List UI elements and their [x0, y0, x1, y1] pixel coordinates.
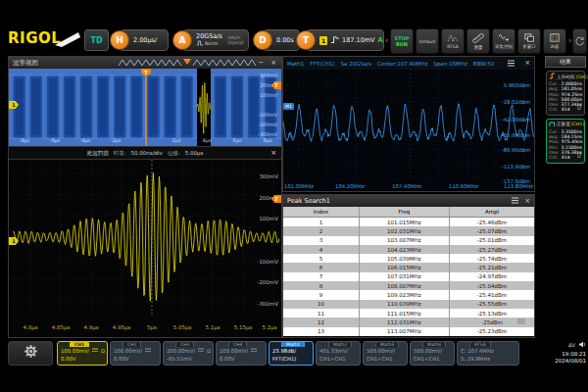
table-row[interactable]: 10110.039MHz-25.55dBm [283, 300, 534, 309]
trigger-knob[interactable]: T [296, 30, 316, 50]
table-row[interactable]: 12112.031MHz-25dBm [283, 318, 534, 326]
cell: -24.97dBm [449, 272, 534, 281]
channel-box-ch1[interactable]: CH1100.00mV/Ω0.00V [57, 341, 108, 366]
resize-grip-icon[interactable] [516, 311, 526, 329]
fft-sample-rate: Sa 20GSa/s [341, 61, 371, 67]
channel-offset: 0.00V [61, 355, 104, 363]
table-row[interactable]: 2102.031MHz-25.07dBm [283, 226, 534, 235]
table-row[interactable]: 11111.015MHz-25.13dBm [283, 309, 534, 318]
table-row[interactable]: 7107.031MHz-24.97dBm [283, 272, 534, 281]
table-row[interactable]: 5105.039MHz-25.74dBm [283, 254, 534, 263]
measurement-item[interactable]: 正脉宽(CH1)Cur:3.3500nsAvg:184.15nsMax:975.… [546, 119, 585, 164]
channel-tab: CH4 [228, 341, 247, 347]
oscilloscope-screen: RIGOL TD H 2.00μs/ A 20GSa/s Norm 1Mpts … [0, 0, 588, 392]
acquire-icon [498, 33, 510, 43]
acquire-display[interactable]: 20GSa/s Norm 1Mpts 50ps/pt [182, 29, 249, 51]
zoom-plot[interactable]: 300mV200mV100mV-100mV-200mV-300mV4.8μs4.… [9, 160, 281, 337]
toolbar-button-run-stop[interactable]: STOPRUN [390, 28, 414, 54]
channel-box-ch4[interactable]: CH4100.00mV/0.00V [216, 341, 267, 366]
math-scale: 23.98dB/ [272, 347, 310, 355]
clock-block: ΔV 19:08:21 2024/08/01 [529, 341, 586, 366]
ohm-icon: Ω [101, 347, 105, 355]
math-box-math3[interactable]: Math3500.00mV/CH1+CH1 [363, 341, 408, 366]
field-value: 614 [562, 155, 570, 160]
collapse-left-icon[interactable]: ‹ [385, 36, 388, 45]
channel-box-ch3[interactable]: CH3200.00mV/Ω-65.51mV [163, 341, 214, 366]
col-freq: Freq [359, 207, 449, 217]
cell: 2 [283, 226, 359, 235]
mode-badge[interactable]: TD [84, 29, 109, 51]
peak-search-title: Peak Search1 [287, 197, 330, 205]
peak-search-window: Peak Search1 × Index Freq Ampl 1101.015M… [282, 194, 535, 338]
math-box-math4[interactable]: Math4500.00mV/CH1+CH1 [410, 341, 455, 366]
close-icon[interactable]: × [524, 198, 530, 205]
rtsa-center: C: 107.4MHz [461, 347, 515, 355]
minimize-icon[interactable]: − [258, 60, 264, 67]
cell: 12 [283, 318, 359, 326]
table-row[interactable]: 6106.015MHz-25.21dBm [283, 263, 534, 271]
toolbar-button-acquire[interactable]: 采集控制 [492, 28, 515, 54]
delay-value: 0.00s [276, 37, 294, 44]
math-box-math1[interactable]: Math123.98dB/FFT(CH1) [269, 341, 314, 366]
menu-icon[interactable] [507, 60, 515, 68]
cell: 104.023MHz [359, 245, 449, 254]
cell: 10 [283, 300, 359, 309]
math-box-math2[interactable]: Math2401.33mV/CH1+CH1 [316, 341, 361, 366]
fft-plot[interactable]: 5.960dBm-18.02dBm-42.00dBm-65.98dBm-89.9… [283, 70, 534, 191]
dc-icon [91, 347, 99, 355]
rtsa-icon [447, 33, 459, 43]
table-row[interactable]: 3103.007MHz-25.01dBm [283, 236, 534, 245]
cell: -25.27dBm [449, 245, 534, 254]
toolbar-button-cursor[interactable]: 光标 [543, 28, 566, 54]
rtsa-box[interactable]: RTSAC: 107.4MHzS: 29.9MHz [457, 341, 519, 366]
channel-box-ch2[interactable]: CH2100.00mV/0.00V [110, 341, 161, 366]
toolbar-button-default[interactable]: Default [416, 28, 439, 54]
table-row[interactable]: 4104.023MHz-25.27dBm [283, 245, 534, 254]
channel-tab: CH2 [122, 341, 141, 347]
cell: 9 [283, 290, 359, 299]
settings-button[interactable] [8, 341, 53, 366]
math1-marker[interactable]: M1 [283, 103, 294, 110]
delayed-timebase: 50.00ns/div [131, 150, 163, 156]
remove-icon[interactable] [576, 95, 582, 114]
toolbar-button-rtsa[interactable]: RTSA [441, 28, 465, 54]
fft-center: Center:107.40MHz [377, 61, 427, 67]
close-icon[interactable]: × [270, 60, 276, 67]
peak-search-titlebar[interactable]: Peak Search1 × [283, 195, 534, 207]
measure-label: 测量 [474, 45, 483, 50]
overview-plot[interactable]: 300mV200mV100mV-100mV-200mV-300mV-8μs-6μ… [9, 69, 281, 146]
measurement-item[interactable]: 上升时间(CH1)Cur:2.0600nsAvg:181.05nsMax:974… [546, 71, 585, 116]
close-icon[interactable]: × [524, 60, 530, 67]
ohm-icon: Ω [207, 347, 211, 355]
rtsa-span: S: 29.9MHz [461, 355, 515, 363]
menu-icon[interactable] [511, 197, 519, 206]
table-row[interactable]: 8108.007MHz-25.04dBm [283, 281, 534, 290]
cell: 107.031MHz [359, 272, 449, 281]
trigger-display[interactable]: 1 187.10mV A [306, 29, 384, 51]
waveform-window-titlebar[interactable]: 波形视图 − × [9, 57, 281, 69]
channel-tab: CH3 [175, 341, 194, 347]
table-row[interactable]: 13113.007MHz-25.23dBm [283, 327, 534, 336]
math-tab: Math4 [422, 341, 446, 347]
table-row[interactable]: 9109.023MHz-25.41dBm [283, 290, 534, 299]
logo-swoosh-icon [55, 30, 80, 48]
acquire-knob[interactable]: A [172, 30, 192, 50]
table-row[interactable]: 1101.015MHz-25.46dBm [283, 218, 534, 226]
horizontal-knob[interactable]: H [110, 30, 129, 50]
delayed-offset: 5.00μs [185, 150, 204, 156]
refresh-button[interactable] [572, 28, 587, 54]
speaker-icon[interactable] [578, 341, 586, 351]
rtsa-label: RTSA [447, 44, 459, 49]
delay-knob[interactable]: D [253, 30, 272, 50]
waveform-nav-strip[interactable] [117, 58, 264, 68]
fft-header[interactable]: Math1 FFT(CH1) Sa 20GSa/s Center:107.40M… [283, 57, 534, 70]
close-delayed-sweep-icon[interactable]: × [270, 149, 276, 157]
remove-icon[interactable] [576, 143, 582, 162]
acq-mode: Norm [205, 41, 218, 46]
expand-right-icon[interactable]: › [568, 36, 571, 45]
run-label: RUN [396, 42, 408, 47]
toolbar-button-multi-window[interactable]: 多窗口 [517, 28, 541, 54]
fft-window: Math1 FFT(CH1) Sa 20GSa/s Center:107.40M… [282, 56, 535, 192]
toolbar-button-measure[interactable]: 测量 [466, 28, 490, 54]
cell: 13 [283, 327, 359, 336]
